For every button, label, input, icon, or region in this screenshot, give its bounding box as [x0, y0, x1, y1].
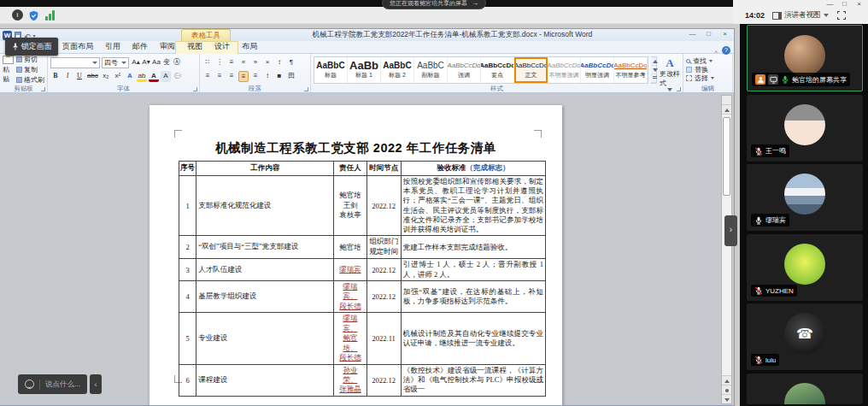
cell-time[interactable]: 2022.11 — [367, 313, 401, 364]
font-name-combo[interactable] — [50, 57, 100, 68]
cell-content[interactable]: 基层教学组织建设 — [196, 280, 334, 312]
cell-persons[interactable]: 鲍官培王剑袁枝亭 — [334, 176, 367, 236]
increase-indent-button[interactable]: » — [250, 57, 261, 68]
vertical-scrollbar[interactable] — [721, 95, 732, 404]
word-minimize-button[interactable]: — — [684, 30, 701, 39]
maximize-button[interactable]: □ — [837, 0, 852, 9]
character-border-button[interactable]: Ⓐ — [172, 57, 182, 68]
select-button[interactable]: 选择 — [686, 74, 730, 82]
minimize-button[interactable]: — — [823, 0, 837, 9]
cell-persons[interactable]: 缪瑞宾 — [334, 259, 367, 280]
close-button[interactable]: × — [852, 0, 866, 9]
chat-input[interactable]: 说点什么... — [18, 374, 87, 394]
scroll-up-icon[interactable] — [722, 105, 731, 115]
enclose-button[interactable]: ㊀ — [173, 71, 183, 82]
dialog-launcher-icon[interactable] — [304, 87, 308, 91]
cell-content[interactable]: 专业建设 — [196, 313, 334, 364]
style-subtle-emphasis[interactable]: AaBbCcDd不明显强调 — [548, 57, 581, 83]
italic-button[interactable]: I — [62, 71, 73, 82]
cell-no[interactable]: 6 — [179, 364, 196, 396]
cell-time[interactable]: 2022.12 — [367, 176, 401, 236]
justify-button[interactable]: ≡ — [238, 71, 249, 82]
style-intense-emphasis[interactable]: AaBbCcDc明显强调 — [581, 57, 614, 83]
ribbon-tab-9[interactable]: 布局 — [236, 40, 263, 53]
dialog-launcher-icon[interactable] — [193, 87, 197, 91]
char-shading-button[interactable]: A — [161, 71, 171, 82]
ribbon-tab-5[interactable]: 邮件 — [126, 40, 154, 53]
align-right-button[interactable]: ≡ — [226, 71, 237, 82]
ribbon-tab-7[interactable]: 视图 — [181, 40, 208, 53]
cell-criteria[interactable]: 机械设计制造及其自动化专业继续提交专业认证申请，继续推进一流专业建设。 — [401, 313, 545, 364]
ribbon-tab-6[interactable]: 审阅 — [154, 40, 181, 53]
previous-page-icon[interactable] — [722, 375, 731, 385]
cut-button[interactable]: 剪切 — [16, 55, 44, 64]
ribbon-tab-4[interactable]: 引用 — [99, 40, 126, 53]
cell-no[interactable]: 5 — [179, 313, 196, 364]
distribute-button[interactable]: ≡ — [250, 71, 261, 82]
cell-time[interactable]: 2022.12 — [367, 280, 401, 312]
style-subtle-reference[interactable]: AaBbCcDo不明显参考 — [614, 57, 648, 83]
font-color-button[interactable]: A — [149, 71, 159, 82]
emoji-icon[interactable] — [25, 380, 34, 389]
style-subtitle[interactable]: AaBbC副标题 — [414, 57, 448, 83]
cell-persons[interactable]: 孙业荣、张雅晶 — [334, 364, 367, 396]
style-title[interactable]: AaBbC标题 — [314, 57, 348, 83]
ruler-toggle-icon[interactable] — [722, 96, 731, 105]
participant-tile[interactable]: YUZHEN — [747, 234, 863, 301]
asian-layout-button[interactable]: × — [262, 57, 273, 68]
style-normal[interactable]: AaBbCcDd正文 — [514, 57, 548, 83]
lock-screen-tooltip[interactable]: 锁定画面 — [5, 38, 58, 56]
grow-font-button[interactable]: A▴ — [131, 57, 141, 68]
style-h1[interactable]: AaBb标题 1 — [348, 57, 381, 83]
document-page[interactable]: 机械制造工程系教工党支部 2022 年工作任务清单 序号工作内容责任人时间节点验… — [150, 105, 562, 405]
paste-button[interactable]: 粘贴 — [3, 56, 14, 84]
banner-exit-icon[interactable]: → — [472, 0, 478, 7]
copy-button[interactable]: 复制 — [16, 65, 44, 74]
meeting-info-icon[interactable] — [12, 9, 23, 21]
format-painter-button[interactable]: 格式刷 — [16, 75, 44, 85]
fullscreen-icon[interactable] — [837, 11, 846, 20]
cell-time[interactable]: 组织部门规定时间 — [367, 236, 401, 259]
panel-collapse-button[interactable]: › — [724, 215, 737, 246]
participant-tile[interactable]: 鲍官培的屏幕共享 — [747, 25, 863, 91]
underline-button[interactable]: U — [74, 71, 85, 82]
cell-criteria[interactable]: 加强“双基”建设，在达标的基础上，补短板，力争多项指标达到示范条件。 — [401, 280, 545, 312]
styles-gallery-scroll[interactable] — [651, 56, 657, 84]
multilevel-list-button[interactable]: ≡ — [226, 57, 237, 68]
cell-content[interactable]: 课程建设 — [196, 364, 334, 396]
font-size-combo[interactable]: 四号 — [102, 57, 129, 68]
style-h2[interactable]: AaBbC标题 2 — [381, 57, 414, 83]
cell-persons[interactable]: 缪瑞宾、段长德 — [334, 280, 367, 312]
cell-content[interactable]: “双创”项目与“三型”党支部建设 — [196, 236, 334, 259]
participant-tile[interactable]: ☎lulu — [747, 303, 863, 370]
sort-button[interactable]: ↕ — [274, 57, 284, 68]
view-mode-button[interactable]: 演讲者视图 — [772, 10, 829, 21]
align-left-button[interactable]: ≡ — [202, 71, 213, 82]
cell-no[interactable]: 1 — [179, 176, 196, 236]
dialog-launcher-icon[interactable] — [677, 87, 681, 91]
participant-tile[interactable]: 王一鸣 — [747, 95, 863, 162]
word-maximize-button[interactable]: □ — [701, 30, 717, 39]
subscript-button[interactable]: x₂ — [101, 71, 111, 82]
change-case-button[interactable]: Aa — [151, 57, 161, 68]
ribbon-tab-8[interactable]: 设计 — [208, 40, 236, 53]
select-browse-object-icon[interactable] — [722, 385, 731, 394]
scrollbar-thumb[interactable] — [723, 117, 730, 196]
dialog-launcher-icon[interactable] — [41, 87, 45, 91]
cell-content[interactable]: 人才队伍建设 — [196, 259, 334, 280]
borders-button[interactable]: 田 — [286, 71, 296, 82]
participant-tile[interactable]: 缪瑞宾 — [747, 164, 863, 231]
cell-no[interactable]: 3 — [179, 259, 196, 280]
cell-criteria[interactable]: 党建工作样本支部完成结题验收。 — [401, 236, 545, 259]
participant-tile[interactable] — [747, 374, 863, 404]
align-center-button[interactable]: ≡ — [214, 71, 225, 82]
cell-content[interactable]: 支部标准化规范化建设 — [196, 176, 334, 236]
decrease-indent-button[interactable]: « — [238, 57, 249, 68]
network-signal-icon[interactable] — [45, 9, 56, 21]
cell-persons[interactable]: 缪瑞宾、鲍官培、段长德 — [334, 313, 367, 364]
bullets-button[interactable]: ∷ — [202, 57, 213, 68]
style-strong[interactable]: AaBbCcDc要点 — [481, 57, 514, 83]
cell-criteria[interactable]: 按照校党委组织部和宣传部相关要求，制定本系党员、教职工理论学习计划并遵照执行；严… — [401, 176, 545, 236]
find-button[interactable]: 查找 — [686, 56, 730, 65]
superscript-button[interactable]: x² — [113, 71, 123, 82]
